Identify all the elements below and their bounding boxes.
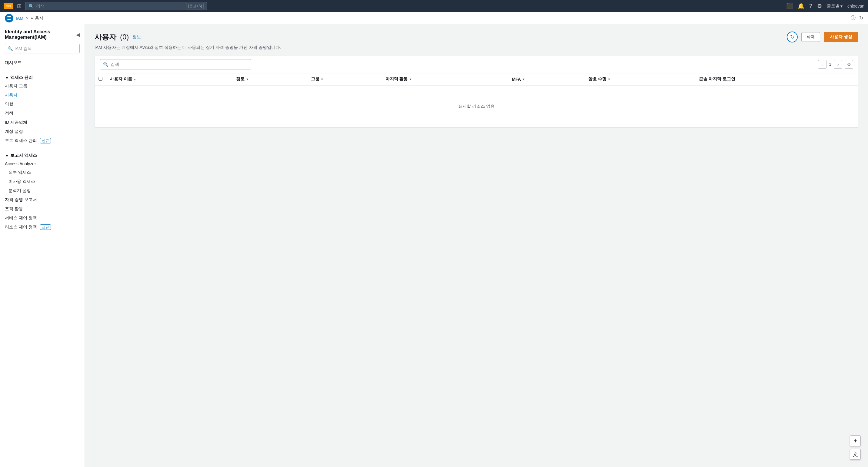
sort-icon-last-activity[interactable]: ▼: [409, 78, 412, 81]
sort-icon-username[interactable]: ▲: [133, 78, 136, 81]
move-icon[interactable]: ✦: [850, 435, 861, 446]
page-info-link[interactable]: 정보: [132, 34, 141, 40]
sidebar-item-service-control-policy[interactable]: 서비스 제어 정책: [0, 213, 85, 223]
sidebar-item-id-providers[interactable]: ID 제공업체: [0, 118, 85, 127]
sort-icon-mfa[interactable]: ▼: [522, 78, 525, 81]
pagination-prev-button[interactable]: ‹: [818, 60, 827, 68]
page-title: 사용자: [95, 32, 116, 42]
sort-icon-group[interactable]: ▼: [321, 78, 324, 81]
empty-table-row: 표시할 리소스 없음: [95, 85, 858, 128]
sort-icon-path[interactable]: ▼: [246, 78, 249, 81]
breadcrumb-separator: >: [26, 16, 28, 21]
page-description: IAM 사용자는 계정에서 AWS와 상호 작용하는 데 사용되는 장기 자격 …: [95, 45, 858, 50]
pagination-page-number: 1: [829, 62, 831, 67]
pagination-next-button[interactable]: ›: [834, 60, 842, 68]
sidebar-item-policies[interactable]: 정책: [0, 109, 85, 118]
aws-logo: aws: [4, 3, 13, 9]
th-checkbox: [95, 74, 106, 85]
bell-icon[interactable]: 🔔: [798, 3, 804, 9]
sidebar-search-bar[interactable]: 🔍: [5, 44, 80, 53]
sidebar-item-account-settings[interactable]: 계정 설정: [0, 127, 85, 136]
sidebar-item-users[interactable]: 사용자: [0, 91, 85, 100]
sidebar-collapse-button[interactable]: ◀: [76, 32, 80, 38]
translate-icon[interactable]: 文: [850, 449, 861, 460]
th-last-activity: 마지막 활동 ▼: [382, 74, 508, 85]
floating-actions: ✦ 文: [850, 435, 861, 460]
search-icon: 🔍: [29, 4, 34, 8]
breadcrumb-current: 사용자: [31, 16, 43, 21]
sidebar-section-report-access: ▼ 보고서 액세스: [0, 150, 85, 159]
top-navigation: aws ⊞ 🔍 [옵션+S] ⬛ 🔔 ? ⚙ 글로벌 ▾ chloevan: [0, 0, 868, 12]
page-count: (0): [120, 33, 129, 41]
aws-cloudshell-icon[interactable]: ⬛: [786, 3, 793, 9]
users-table-container: 🔍 ‹ 1 › ⚙: [95, 55, 858, 128]
create-user-button[interactable]: 사용자 생성: [824, 32, 858, 42]
th-group: 그룹 ▼: [307, 74, 382, 85]
sidebar-item-roles[interactable]: 역할: [0, 100, 85, 109]
sidebar: Identity and Access Management(IAM) ◀ 🔍 …: [0, 24, 85, 467]
sidebar-item-resource-control-policy[interactable]: 리소스 제어 정책 신규: [0, 223, 85, 232]
sidebar-item-unused-access[interactable]: 미사용 액세스: [0, 177, 85, 186]
sidebar-item-org-activity[interactable]: 조직 활동: [0, 204, 85, 213]
breadcrumb-right-actions: ⓘ ↻: [851, 15, 863, 21]
table-search-icon: 🔍: [103, 62, 108, 67]
main-content: 사용자 (0) 정보 ↻ 삭제 사용자 생성 IAM 사용자는 계정에서 AWS…: [85, 24, 868, 467]
global-search-input[interactable]: [36, 4, 184, 8]
sidebar-title: Identity and Access Management(IAM) ◀: [0, 29, 85, 44]
sidebar-item-credentials-report[interactable]: 자격 증명 보고서: [0, 195, 85, 204]
table-pagination: ‹ 1 › ⚙: [818, 60, 853, 68]
refresh-icon[interactable]: ↻: [859, 15, 863, 21]
page-actions: ↻ 삭제 사용자 생성: [787, 32, 858, 42]
sidebar-toggle-button[interactable]: ☰: [5, 14, 13, 23]
table-toolbar: 🔍 ‹ 1 › ⚙: [95, 56, 858, 74]
th-last-login: 콘솔 마지막 로그인: [695, 74, 858, 85]
help-icon[interactable]: ?: [809, 3, 812, 9]
users-table: 사용자 이름 ▲ 경로 ▼ 그룹: [95, 74, 858, 128]
nav-right: ⬛ 🔔 ? ⚙ 글로벌 ▾ chloevan: [786, 3, 864, 9]
breadcrumb-iam-link[interactable]: IAM: [16, 16, 23, 21]
settings-icon[interactable]: ⚙: [817, 3, 822, 9]
th-path: 경로 ▼: [232, 74, 307, 85]
empty-message: 표시할 리소스 없음: [95, 85, 858, 128]
select-all-checkbox[interactable]: [98, 77, 102, 81]
sidebar-item-dashboard[interactable]: 대시보드: [0, 58, 85, 67]
global-region-selector[interactable]: 글로벌 ▾: [827, 3, 842, 9]
th-password-age: 암호 수명 ▼: [585, 74, 695, 85]
sidebar-item-user-groups[interactable]: 사용자 그룹: [0, 82, 85, 91]
sidebar-item-analyzer-settings[interactable]: 분석기 설정: [0, 186, 85, 195]
table-settings-button[interactable]: ⚙: [845, 60, 853, 68]
search-shortcut: [옵션+S]: [186, 3, 204, 9]
user-menu[interactable]: chloevan: [847, 4, 864, 8]
breadcrumb-bar: ☰ IAM > 사용자 ⓘ ↻: [0, 12, 868, 24]
sidebar-search-input[interactable]: [14, 46, 77, 51]
delete-button[interactable]: 삭제: [801, 32, 820, 42]
global-search-bar[interactable]: 🔍 [옵션+S]: [25, 2, 207, 10]
table-search-input[interactable]: [111, 62, 248, 67]
sidebar-item-root-access[interactable]: 루트 액세스 관리 신규: [0, 136, 85, 145]
table-search-bar[interactable]: 🔍: [100, 59, 251, 69]
th-username: 사용자 이름 ▲: [106, 74, 232, 85]
sidebar-item-access-analyzer[interactable]: Access Analyzer: [0, 159, 85, 168]
sidebar-section-access-management: ▼ 액세스 관리: [0, 72, 85, 82]
refresh-button[interactable]: ↻: [787, 32, 798, 42]
sidebar-item-external-access[interactable]: 외부 액세스: [0, 168, 85, 177]
main-layout: Identity and Access Management(IAM) ◀ 🔍 …: [0, 24, 868, 467]
th-mfa: MFA ▼: [508, 74, 585, 85]
page-title-row: 사용자 (0) 정보: [95, 32, 141, 42]
new-badge: 신규: [40, 138, 51, 143]
info-circle-icon[interactable]: ⓘ: [851, 15, 856, 21]
table-header-row: 사용자 이름 ▲ 경로 ▼ 그룹: [95, 74, 858, 85]
sidebar-search-icon: 🔍: [7, 46, 13, 51]
grid-icon[interactable]: ⊞: [17, 3, 22, 9]
page-header: 사용자 (0) 정보 ↻ 삭제 사용자 생성: [95, 32, 858, 42]
sort-icon-password-age[interactable]: ▼: [608, 78, 611, 81]
new-badge-2: 신규: [40, 225, 51, 230]
